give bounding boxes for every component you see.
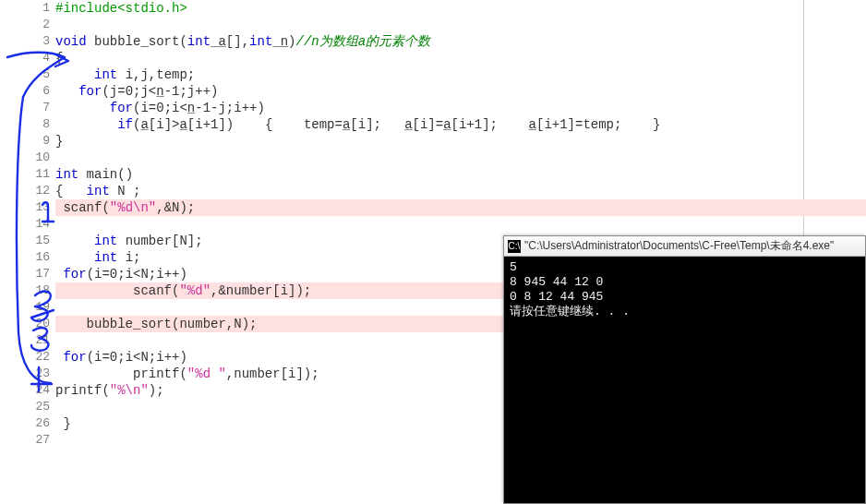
var: a (443, 117, 451, 132)
type: int (87, 184, 110, 198)
code-text: ,&number[i]); (210, 283, 311, 298)
var: a (529, 117, 536, 132)
code-text: [i+1]=temp; } (536, 117, 660, 132)
code-text: number[N]; (117, 234, 202, 248)
console-line: 0 8 12 44 945 (510, 290, 603, 304)
console-app-icon: C:\ (508, 240, 521, 253)
line-number: 19 (0, 299, 50, 316)
line-number: 25 (0, 399, 50, 415)
type: int (94, 234, 117, 248)
keyword: for (110, 101, 133, 115)
line-number: 13 (0, 199, 50, 216)
line-number: 24 (0, 382, 50, 399)
type: int (249, 34, 272, 49)
code-text: i,j,temp; (117, 67, 195, 82)
line-number: 2 (0, 17, 50, 33)
code-line[interactable]: } (55, 133, 866, 150)
code-line[interactable]: if(a[i]>a[i+1]) { temp=a[i]; a[i]=a[i+1]… (55, 116, 866, 133)
code-text: (i=0;i<N;i++) (87, 350, 187, 365)
brace: { (55, 184, 87, 198)
var: a (179, 117, 186, 132)
code-line[interactable] (55, 17, 866, 33)
code-text: -1-j;i++) (195, 101, 265, 115)
identifier: bubble_sort( (87, 34, 187, 49)
code-text: (j=0;j< (102, 84, 156, 99)
param: n (272, 34, 288, 49)
code-text: -1;j++) (164, 84, 219, 99)
line-number: 14 (0, 216, 50, 233)
brace: } (63, 416, 70, 431)
console-titlebar[interactable]: C:\ "C:\Users\Administrator\Documents\C-… (504, 236, 865, 257)
code-text: i; (117, 250, 140, 265)
line-number: 4 (0, 50, 50, 66)
code-text: [], (226, 34, 249, 49)
line-number: 3 (0, 33, 50, 50)
code-line[interactable]: int main() (55, 166, 866, 183)
console-line: 8 945 44 12 0 (510, 275, 603, 289)
code-text: (i=0;i<N;i++) (87, 267, 187, 282)
var: a (404, 117, 412, 132)
code-text: [i]; (350, 117, 404, 132)
comment: //n为数组a的元素个数 (296, 34, 431, 49)
line-number: 21 (0, 332, 50, 349)
line-number: 26 (0, 415, 50, 432)
code-line[interactable]: for(i=0;i<n-1-j;i++) (55, 100, 866, 116)
type: int (187, 34, 210, 49)
var: a (140, 117, 148, 132)
console-title-text: "C:\Users\Administrator\Documents\C-Free… (524, 238, 834, 254)
code-line[interactable]: #include<stdio.h> (55, 0, 866, 17)
string: "%d" (179, 283, 210, 298)
console-output[interactable]: 5 8 945 44 12 0 0 8 12 44 945 请按任意键继续. .… (504, 257, 865, 323)
code-line[interactable]: int i,j,temp; (55, 66, 866, 83)
line-number: 7 (0, 100, 50, 116)
type: int (55, 167, 78, 182)
code-text: main() (78, 167, 133, 182)
code-text: ); (149, 383, 164, 398)
line-number: 18 (0, 282, 50, 299)
brace: { (55, 51, 63, 66)
code-line[interactable]: scanf("%d\n",&N); (55, 199, 866, 216)
line-number: 1 (0, 0, 50, 17)
code-text: [i+1]) (187, 117, 234, 132)
code-line[interactable] (55, 150, 866, 166)
console-line: 请按任意键继续. . . (510, 305, 630, 318)
line-number: 17 (0, 266, 50, 282)
var: n (156, 84, 163, 99)
line-number: 5 (0, 66, 50, 83)
code-text: printf( (55, 383, 110, 398)
code-line[interactable]: for(j=0;j<n-1;j++) (55, 83, 866, 100)
keyword: for (78, 84, 102, 99)
string: "%d " (187, 366, 226, 381)
line-number: 6 (0, 83, 50, 100)
line-number: 27 (0, 432, 50, 449)
code-text: N ; (110, 184, 141, 198)
code-text: { (234, 117, 304, 132)
brace: } (55, 134, 63, 149)
line-number: 10 (0, 150, 50, 166)
code-text: ,&N); (156, 200, 195, 215)
type: int (94, 250, 117, 265)
code-text: [i]= (413, 117, 444, 132)
code-text: printf( (133, 366, 187, 381)
console-line: 5 (510, 260, 517, 274)
console-window[interactable]: C:\ "C:\Users\Administrator\Documents\C-… (503, 235, 866, 504)
code-text: temp= (304, 117, 343, 132)
line-number: 12 (0, 183, 50, 199)
code-line[interactable]: { int N ; (55, 183, 866, 199)
string: "%d\n" (110, 200, 156, 215)
code-text: scanf( (133, 283, 179, 298)
code-text: [i]> (149, 117, 180, 132)
code-text: bubble_sort(number,N); (87, 317, 258, 331)
code-text: (i=0;i< (133, 101, 187, 115)
code-text: ) (288, 34, 295, 49)
keyword: for (63, 267, 86, 282)
var: n (187, 101, 195, 115)
line-number: 22 (0, 349, 50, 366)
keyword: if (117, 117, 133, 132)
line-number: 11 (0, 166, 50, 183)
line-number: 8 (0, 116, 50, 133)
code-line[interactable]: { (55, 50, 866, 66)
code-line[interactable] (55, 216, 866, 233)
code-text: scanf( (63, 200, 109, 215)
code-line[interactable]: void bubble_sort(int a[],int n)//n为数组a的元… (55, 33, 866, 50)
